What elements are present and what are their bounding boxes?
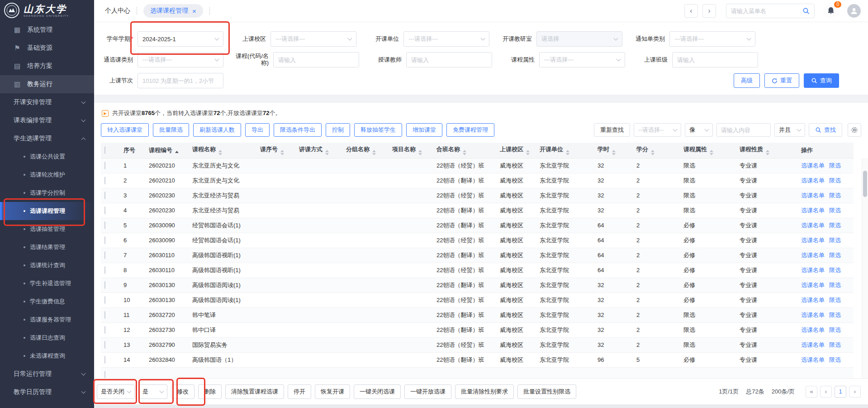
page-number[interactable]: 1 bbox=[835, 386, 846, 398]
text-input[interactable] bbox=[677, 57, 753, 63]
column-header[interactable]: 课程属性 bbox=[680, 143, 736, 158]
scrollbar-thumb[interactable] bbox=[863, 171, 867, 197]
course-roster-link[interactable]: 选课名单 bbox=[801, 341, 825, 348]
vertical-scrollbar[interactable] bbox=[862, 158, 868, 378]
row-checkbox[interactable] bbox=[104, 296, 105, 304]
limit-link[interactable]: 限选 bbox=[829, 356, 841, 363]
find-button[interactable]: 查找 bbox=[809, 123, 842, 137]
column-header[interactable]: 课序号 bbox=[256, 143, 295, 158]
course-roster-link[interactable]: 选课名单 bbox=[801, 356, 825, 363]
sidebar-subitem[interactable]: 选课结果管理 bbox=[0, 238, 94, 256]
toolbar-button[interactable]: 限选条件导出 bbox=[274, 123, 322, 137]
close-icon[interactable]: × bbox=[192, 8, 196, 14]
find-field-select[interactable]: --请选择-- bbox=[634, 123, 681, 137]
sort-icon[interactable] bbox=[372, 150, 376, 155]
toolbar-button[interactable]: 批量限选 bbox=[153, 123, 189, 137]
sidebar-subitem[interactable]: 学生补退选管理 bbox=[0, 274, 94, 293]
limit-link[interactable]: 限选 bbox=[829, 252, 841, 259]
user-avatar[interactable] bbox=[847, 4, 861, 18]
limit-link[interactable]: 限选 bbox=[829, 267, 841, 274]
column-settings-button[interactable] bbox=[848, 123, 861, 137]
row-checkbox[interactable] bbox=[104, 162, 105, 169]
column-header[interactable]: 课程编号 bbox=[145, 143, 189, 158]
row-checkbox[interactable] bbox=[104, 177, 105, 184]
sidebar-subitem[interactable]: 选课轮次维护 bbox=[0, 166, 94, 184]
column-header[interactable]: 课程名称 bbox=[189, 143, 256, 158]
sidebar-subitem[interactable]: 未选课程查询 bbox=[0, 347, 94, 365]
sort-icon[interactable] bbox=[463, 150, 466, 155]
reset-button[interactable]: 重置 bbox=[764, 73, 799, 88]
sort-icon[interactable] bbox=[218, 150, 222, 155]
sidebar-item[interactable]: ▦系统管理 bbox=[0, 21, 94, 39]
footer-button[interactable]: 清除预置课程选课 bbox=[225, 384, 284, 399]
row-checkbox[interactable] bbox=[104, 311, 105, 319]
sidebar-item[interactable]: ▥教务运行 bbox=[0, 75, 94, 93]
course-roster-link[interactable]: 选课名单 bbox=[801, 192, 825, 199]
course-roster-link[interactable]: 选课名单 bbox=[801, 297, 825, 303]
row-checkbox[interactable] bbox=[104, 281, 105, 289]
yes-no-select[interactable]: 是 bbox=[138, 384, 167, 399]
course-roster-link[interactable]: 选课名单 bbox=[801, 267, 825, 274]
toolbar-button[interactable]: 转入选课课堂 bbox=[101, 123, 149, 137]
column-header[interactable]: 项目名称 bbox=[389, 143, 433, 158]
limit-link[interactable]: 限选 bbox=[829, 237, 841, 244]
row-checkbox[interactable] bbox=[104, 221, 105, 229]
filter-select[interactable]: 2024-2025-1 bbox=[138, 31, 223, 47]
tab-scroll-left-button[interactable]: ‹ bbox=[684, 4, 698, 18]
filter-input[interactable] bbox=[138, 73, 223, 88]
sort-icon[interactable] bbox=[526, 150, 530, 155]
column-header[interactable]: 学时 bbox=[594, 143, 633, 158]
sort-icon[interactable] bbox=[710, 150, 713, 155]
close-field-select[interactable]: 是否关闭 bbox=[97, 384, 135, 399]
column-header[interactable]: 上课校区 bbox=[496, 143, 536, 158]
sidebar-item[interactable]: ▤培养方案 bbox=[0, 57, 94, 75]
course-roster-link[interactable]: 选课名单 bbox=[801, 252, 825, 259]
course-roster-link[interactable]: 选课名单 bbox=[801, 177, 825, 184]
sidebar-group[interactable]: 教学日历管理 bbox=[0, 383, 94, 401]
column-header[interactable]: 学分 bbox=[633, 143, 680, 158]
row-checkbox[interactable] bbox=[104, 192, 105, 199]
tab-course-selection-management[interactable]: 选课课程管理 × bbox=[143, 4, 203, 18]
column-header[interactable]: 讲课方式 bbox=[295, 143, 342, 158]
toolbar-button[interactable]: 增加课堂 bbox=[406, 123, 442, 137]
limit-link[interactable]: 限选 bbox=[829, 297, 841, 303]
sort-icon[interactable] bbox=[612, 150, 616, 155]
menu-search[interactable] bbox=[726, 4, 815, 18]
filter-input[interactable] bbox=[273, 52, 359, 67]
course-roster-link[interactable]: 选课名单 bbox=[801, 222, 825, 229]
footer-button[interactable]: 停开 bbox=[288, 384, 311, 399]
filter-select[interactable]: 请选择 bbox=[536, 31, 622, 47]
pagination-control[interactable]: ‹ bbox=[820, 386, 832, 398]
text-input[interactable] bbox=[142, 77, 218, 84]
course-roster-link[interactable]: 选课名单 bbox=[801, 282, 825, 288]
tab-scroll-right-button[interactable]: › bbox=[702, 4, 716, 18]
sidebar-subitem[interactable]: 选课统计查询 bbox=[0, 256, 94, 274]
sidebar-subitem[interactable]: 选课抽签管理 bbox=[0, 220, 94, 238]
footer-button[interactable]: 删除 bbox=[198, 384, 222, 399]
filter-input[interactable] bbox=[406, 52, 492, 67]
find-content-input[interactable] bbox=[716, 123, 771, 137]
column-header[interactable]: 开课单位 bbox=[536, 143, 594, 158]
footer-button[interactable]: 批量设置性别限选 bbox=[517, 384, 576, 399]
row-checkbox[interactable] bbox=[104, 341, 105, 349]
sidebar-subitem[interactable]: 选课服务器管理 bbox=[0, 311, 94, 329]
advanced-button[interactable]: 高级 bbox=[734, 73, 760, 88]
sidebar-subitem[interactable]: 选课学分控制 bbox=[0, 184, 94, 202]
course-roster-link[interactable]: 选课名单 bbox=[801, 312, 825, 318]
toolbar-button[interactable]: 免费课程管理 bbox=[446, 123, 494, 137]
filter-select[interactable]: ---请选择--- bbox=[539, 52, 625, 67]
footer-button[interactable]: 一键关闭选课 bbox=[354, 384, 401, 399]
limit-link[interactable]: 限选 bbox=[829, 282, 841, 288]
text-input[interactable] bbox=[411, 57, 487, 63]
menu-search-input[interactable] bbox=[731, 8, 800, 14]
toolbar-button[interactable]: 释放抽签学生 bbox=[354, 123, 402, 137]
notifications-button[interactable]: 0 bbox=[823, 3, 839, 19]
filter-select[interactable]: ---请选择--- bbox=[270, 31, 356, 47]
footer-button[interactable]: 一键开放选课 bbox=[404, 384, 451, 399]
select-all-checkbox[interactable] bbox=[104, 146, 105, 154]
limit-link[interactable]: 限选 bbox=[829, 177, 841, 184]
sort-icon[interactable] bbox=[325, 150, 329, 155]
row-checkbox[interactable] bbox=[104, 236, 105, 244]
limit-link[interactable]: 限选 bbox=[829, 341, 841, 348]
limit-link[interactable]: 限选 bbox=[829, 162, 841, 169]
